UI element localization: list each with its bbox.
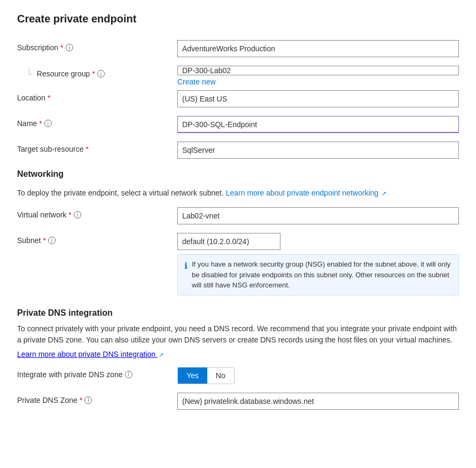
toggle-yes-button[interactable]: Yes xyxy=(178,368,207,384)
learn-more-networking-link[interactable]: Learn more about private endpoint networ… xyxy=(226,189,387,197)
subnet-input[interactable] xyxy=(177,233,280,250)
nsg-info-icon: ℹ xyxy=(184,260,188,291)
private-dns-zone-row: Private DNS Zone * i xyxy=(17,393,459,410)
networking-heading: Networking xyxy=(17,169,459,179)
name-label: Name * i xyxy=(17,116,177,128)
learn-more-dns-link[interactable]: Learn more about private DNS integration… xyxy=(17,350,163,358)
networking-section: Networking xyxy=(17,169,459,179)
subnet-info-icon[interactable]: i xyxy=(48,237,56,244)
integrate-dns-row: Integrate with private DNS zone i Yes No xyxy=(17,367,459,384)
toggle-no-button[interactable]: No xyxy=(207,368,234,384)
resource-group-row: └ Resource group * i Create new xyxy=(17,66,459,86)
integrate-dns-info-icon[interactable]: i xyxy=(125,371,132,378)
integrate-dns-label: Integrate with private DNS zone i xyxy=(17,367,177,379)
location-row: Location * xyxy=(17,90,459,107)
private-dns-zone-label: Private DNS Zone * i xyxy=(17,393,177,404)
subnet-row: Subnet * i ℹ If you have a network secur… xyxy=(17,233,459,295)
dns-heading: Private DNS integration xyxy=(17,308,459,318)
virtual-network-label: Virtual network * i xyxy=(17,207,177,219)
page-title: Create private endpoint xyxy=(17,13,459,25)
external-link-icon: ↗ xyxy=(381,189,386,198)
location-label: Location * xyxy=(17,90,177,102)
subnet-label: Subnet * i xyxy=(17,233,177,245)
location-input[interactable] xyxy=(177,90,459,107)
dns-external-link-icon: ↗ xyxy=(159,352,163,358)
private-dns-zone-info-icon[interactable]: i xyxy=(84,396,92,404)
create-new-link[interactable]: Create new xyxy=(177,77,459,86)
dns-toggle: Yes No xyxy=(177,367,235,384)
name-info-icon[interactable]: i xyxy=(44,120,52,127)
resource-group-input[interactable] xyxy=(177,66,459,75)
target-sub-resource-input[interactable] xyxy=(177,142,459,159)
networking-description: To deploy the private endpoint, select a… xyxy=(17,188,459,199)
name-row: Name * i xyxy=(17,116,459,133)
virtual-network-row: Virtual network * i xyxy=(17,207,459,224)
subscription-row: Subscription * i xyxy=(17,40,459,57)
private-dns-zone-input[interactable] xyxy=(177,393,459,410)
subscription-input[interactable] xyxy=(177,40,459,57)
subscription-info-icon[interactable]: i xyxy=(66,44,73,51)
target-sub-resource-label: Target sub-resource * xyxy=(17,142,177,153)
resource-group-info-icon[interactable]: i xyxy=(97,70,105,77)
dns-description: To connect privately with your private e… xyxy=(17,323,459,346)
nsg-info-box: ℹ If you have a network security group (… xyxy=(177,254,459,295)
target-sub-resource-row: Target sub-resource * xyxy=(17,142,459,159)
name-input[interactable] xyxy=(177,116,459,133)
subscription-label: Subscription * i xyxy=(17,40,177,52)
resource-group-label-wrapper: └ Resource group * i xyxy=(17,66,177,79)
virtual-network-info-icon[interactable]: i xyxy=(74,211,81,219)
virtual-network-input[interactable] xyxy=(177,207,459,224)
dns-section: Private DNS integration To connect priva… xyxy=(17,308,459,410)
